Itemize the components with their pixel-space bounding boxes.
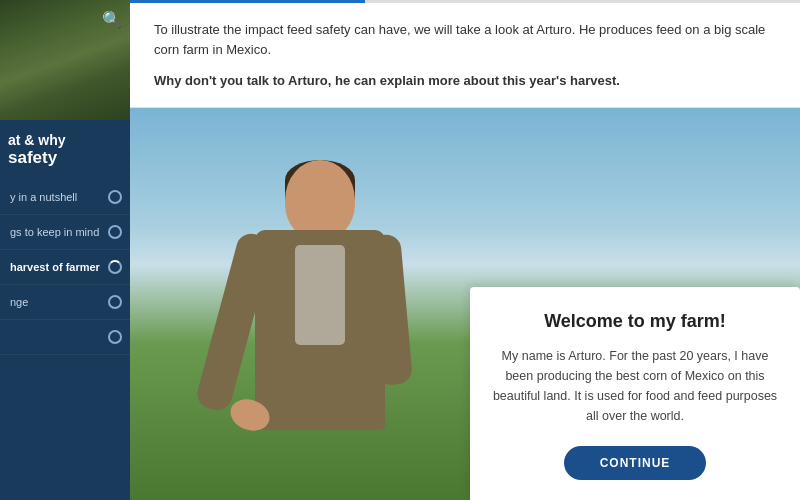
sidebar-item-label: nge [10,296,28,308]
sidebar-item-keep-in-mind[interactable]: gs to keep in mind [0,215,130,250]
top-text-section: To illustrate the impact feed safety can… [130,0,800,108]
sidebar-title-line2: safety [8,148,122,168]
top-text-body: To illustrate the impact feed safety can… [154,20,776,59]
search-icon[interactable]: 🔍 [102,10,122,29]
arturo-shirt [295,245,345,345]
sidebar-radio-3 [108,260,122,274]
sidebar-radio-4 [108,295,122,309]
sidebar-item-label: gs to keep in mind [10,226,99,238]
arturo-head [285,160,355,240]
sidebar-title-line1: at & why [8,132,122,148]
video-section: Welcome to my farm! My name is Arturo. F… [130,108,800,501]
dialog-body: My name is Arturo. For the past 20 years… [490,346,780,426]
sidebar-item-label: harvest of farmer [10,261,100,273]
sidebar-nav: y in a nutshell gs to keep in mind harve… [0,172,130,500]
sidebar-radio-1 [108,190,122,204]
sidebar-item-5[interactable] [0,320,130,355]
sidebar-item-change[interactable]: nge [0,285,130,320]
arturo-figure [180,118,460,501]
progress-bar-container [130,0,800,3]
sidebar-item-nutshell[interactable]: y in a nutshell [0,180,130,215]
arturo-body [210,160,430,500]
sidebar-item-harvest-farmer[interactable]: harvest of farmer [0,250,130,285]
sidebar-radio-5 [108,330,122,344]
dialog-title: Welcome to my farm! [490,311,780,332]
top-text-question: Why don't you talk to Arturo, he can exp… [154,71,776,91]
sidebar-title: at & why safety [0,120,130,172]
continue-button[interactable]: CONTINUE [564,446,707,480]
sidebar-item-label: y in a nutshell [10,191,77,203]
main-content: To illustrate the impact feed safety can… [130,0,800,500]
progress-bar-fill [130,0,365,3]
dialog-box: Welcome to my farm! My name is Arturo. F… [470,287,800,500]
sidebar: at & why safety 🔍 y in a nutshell gs to … [0,0,130,500]
sidebar-radio-2 [108,225,122,239]
